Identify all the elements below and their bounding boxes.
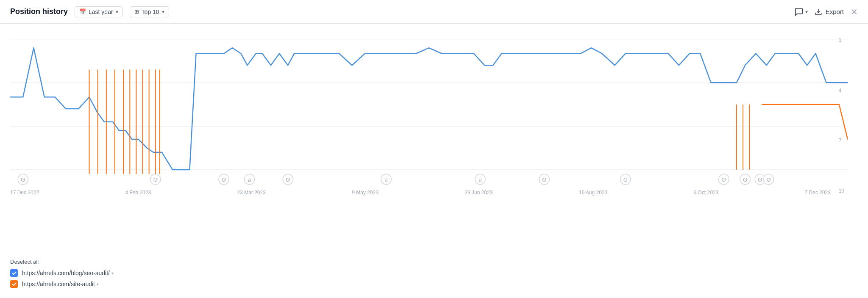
y-label-10: 10 <box>839 188 844 194</box>
svg-text:G: G <box>153 177 158 183</box>
svg-text:G: G <box>722 177 726 183</box>
svg-text:G: G <box>21 177 25 183</box>
x-axis-labels: 17 Dec 2022 4 Feb 2023 23 Mar 2023 9 May… <box>10 187 848 196</box>
position-history-panel: Position history 📅 Last year ▾ ⊞ Top 10 … <box>0 0 868 298</box>
svg-text:G: G <box>766 177 771 183</box>
header: Position history 📅 Last year ▾ ⊞ Top 10 … <box>0 0 868 24</box>
x-label-5: 16 Aug 2023 <box>579 190 607 196</box>
svg-text:a: a <box>479 177 481 183</box>
top-filter-button[interactable]: ⊞ Top 10 ▾ <box>130 6 169 17</box>
url-label-2: https://ahrefs.com/site-audit <box>22 281 95 287</box>
svg-text:G: G <box>758 177 762 183</box>
date-filter-label: Last year <box>89 8 113 15</box>
legend-area: Deselect all https://ahrefs.com/blog/seo… <box>0 254 868 298</box>
x-label-0: 17 Dec 2022 <box>10 190 39 196</box>
date-filter-button[interactable]: 📅 Last year ▾ <box>75 6 123 17</box>
export-icon <box>815 8 822 16</box>
y-axis-labels: 1 4 7 10 <box>839 37 844 194</box>
svg-text:G: G <box>542 177 546 183</box>
legend-item-2[interactable]: https://ahrefs.com/site-audit ▾ <box>10 280 858 288</box>
deselect-all-button[interactable]: Deselect all <box>10 259 858 265</box>
legend-url-1: https://ahrefs.com/blog/seo-audit/ ▾ <box>22 270 114 276</box>
comment-button[interactable]: ▾ <box>794 7 808 17</box>
x-label-1: 4 Feb 2023 <box>125 190 151 196</box>
chart-area: G G G a G a a G G G <box>0 24 868 254</box>
y-label-7: 7 <box>839 138 844 143</box>
x-label-4: 29 Jun 2023 <box>465 190 492 196</box>
x-label-2: 23 Mar 2023 <box>237 190 266 196</box>
legend-item-1[interactable]: https://ahrefs.com/blog/seo-audit/ ▾ <box>10 269 858 277</box>
export-button[interactable]: Export <box>815 8 844 16</box>
legend-url-2: https://ahrefs.com/site-audit ▾ <box>22 281 99 287</box>
table-icon: ⊞ <box>134 8 139 15</box>
header-actions: ▾ Export ✕ <box>794 7 858 17</box>
svg-text:G: G <box>743 177 747 183</box>
x-label-7: 7 Dec 2023 <box>805 190 831 196</box>
svg-text:a: a <box>248 177 251 183</box>
url-chevron-2[interactable]: ▾ <box>97 282 99 287</box>
url-chevron-1[interactable]: ▾ <box>111 271 114 276</box>
checkbox-url1[interactable] <box>10 269 18 277</box>
svg-text:G: G <box>286 177 290 183</box>
check-icon-2 <box>12 282 17 287</box>
checkbox-url2[interactable] <box>10 280 18 288</box>
chevron-down-icon: ▾ <box>116 9 118 15</box>
url-label-1: https://ahrefs.com/blog/seo-audit/ <box>22 270 110 276</box>
x-label-3: 9 May 2023 <box>352 190 378 196</box>
chart-wrapper: G G G a G a a G G G <box>10 30 848 187</box>
comment-icon <box>794 7 804 17</box>
svg-text:G: G <box>222 177 226 183</box>
svg-text:a: a <box>385 177 388 183</box>
panel-title: Position history <box>10 7 68 16</box>
check-icon-1 <box>12 271 17 276</box>
export-label: Export <box>826 8 844 15</box>
x-label-6: 6 Oct 2023 <box>694 190 719 196</box>
chevron-down-icon-2: ▾ <box>162 9 164 15</box>
calendar-icon: 📅 <box>79 8 86 15</box>
close-button[interactable]: ✕ <box>851 7 858 17</box>
comment-chevron: ▾ <box>805 9 808 15</box>
top-filter-label: Top 10 <box>142 8 159 15</box>
svg-text:G: G <box>623 177 628 183</box>
y-label-4: 4 <box>839 88 844 94</box>
chart-svg: G G G a G a a G G G <box>10 30 848 187</box>
y-label-1: 1 <box>839 37 844 43</box>
